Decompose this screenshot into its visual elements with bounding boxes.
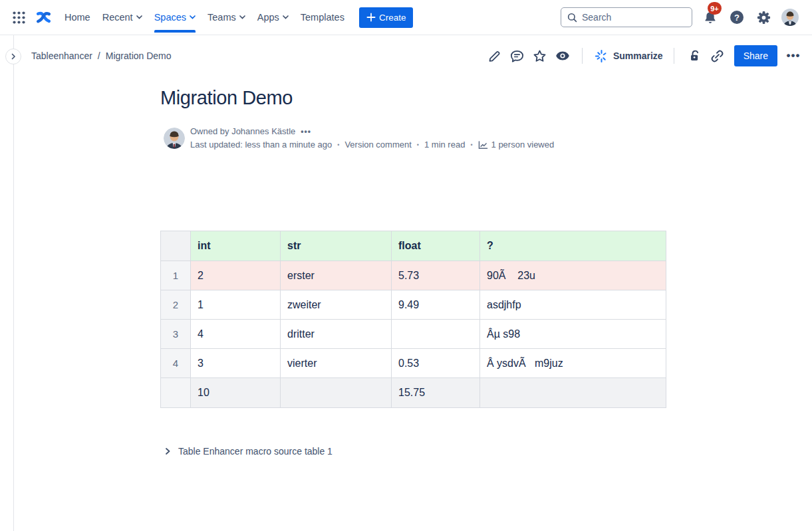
nav-templates-label: Templates: [301, 12, 344, 23]
summarize-label: Summarize: [613, 51, 663, 61]
watch-button[interactable]: [554, 47, 571, 64]
table-footer-row: 10 15.75: [161, 378, 666, 408]
share-button-label: Share: [744, 51, 768, 61]
nav-apps-label: Apps: [257, 12, 279, 23]
create-button[interactable]: Create: [359, 7, 414, 28]
page-title: Migration Demo: [160, 85, 666, 110]
top-navigation: Home Recent Spaces Teams Apps Templates …: [0, 0, 812, 35]
star-button[interactable]: [531, 47, 549, 64]
footer-cell: 10: [191, 378, 281, 408]
link-icon: [710, 49, 725, 64]
table-cell: 0.53: [392, 349, 480, 378]
breadcrumb-space[interactable]: Tableenhancer: [31, 51, 92, 61]
footer-cell: 15.75: [392, 378, 480, 408]
sparkle-icon: [595, 49, 609, 63]
nav-recent-label: Recent: [102, 12, 133, 23]
table-cell: [392, 320, 480, 349]
confluence-app: Home Recent Spaces Teams Apps Templates …: [0, 0, 812, 531]
summarize-button[interactable]: Summarize: [595, 49, 663, 63]
last-updated-text: Last updated: less than a minute ago: [190, 138, 332, 152]
row-number-cell: 1: [161, 261, 191, 290]
help-icon: ?: [729, 9, 745, 25]
table-cell: 9.49: [392, 290, 480, 320]
table-cell: Â ysdvÃ m9juz: [480, 349, 666, 378]
share-button[interactable]: Share: [734, 45, 777, 66]
more-actions-button[interactable]: •••: [784, 47, 803, 64]
create-button-label: Create: [379, 13, 406, 23]
expand-sidebar-button[interactable]: [5, 49, 21, 64]
row-number-cell: 4: [161, 349, 191, 378]
page-content: Migration Demo Owned by Johannes Kästle …: [160, 85, 666, 457]
confluence-logo-icon[interactable]: [35, 9, 52, 26]
table-corner-cell: [161, 231, 191, 261]
table-row: 4 3 vierter 0.53 Â ysdvÃ m9juz: [161, 349, 666, 378]
column-header-int: int: [191, 231, 281, 261]
gear-icon: [756, 10, 771, 25]
row-number-cell: 3: [161, 320, 191, 349]
nav-right-cluster: 9+ ?: [561, 7, 799, 27]
table-cell: 3: [191, 349, 281, 378]
restrictions-button[interactable]: [686, 47, 704, 64]
table-cell: dritter: [281, 320, 392, 349]
column-header-str: str: [281, 231, 392, 261]
breadcrumb-separator: /: [98, 51, 100, 61]
meta-separator: •: [337, 138, 339, 152]
help-button[interactable]: ?: [728, 9, 745, 26]
enhanced-table: int str float ? 1 2 erster 5.73 90Ã 23u: [160, 231, 666, 408]
table-header-row: int str float ?: [161, 231, 666, 261]
owner-avatar[interactable]: [164, 128, 185, 149]
analytics-chart-icon: [478, 141, 488, 150]
nav-apps[interactable]: Apps: [257, 12, 289, 23]
chevron-right-icon: [164, 447, 171, 455]
avatar-image: [164, 128, 185, 149]
nav-menu: Home Recent Spaces Teams Apps Templates: [65, 12, 344, 23]
avatar-image: [781, 8, 799, 27]
breadcrumb: Tableenhancer / Migration Demo: [31, 51, 172, 61]
version-comment-text: Version comment: [344, 138, 411, 152]
unlock-icon: [688, 49, 702, 63]
search-box[interactable]: [561, 7, 692, 27]
expand-macro-toggle[interactable]: Table Enhancer macro source table 1: [160, 446, 666, 457]
byline: Owned by Johannes Kästle ••• Last update…: [160, 125, 666, 152]
nav-home[interactable]: Home: [65, 12, 90, 23]
table-cell: Âµ s98: [480, 320, 666, 349]
breadcrumb-page[interactable]: Migration Demo: [106, 51, 172, 61]
table-cell: 90Ã 23u: [480, 261, 666, 290]
footer-cell: [281, 378, 392, 408]
search-input[interactable]: [582, 12, 675, 23]
comment-button[interactable]: [509, 47, 526, 64]
notification-badge: 9+: [708, 2, 722, 15]
table-row: 3 4 dritter Âµ s98: [161, 320, 666, 349]
row-number-cell: 2: [161, 290, 191, 320]
edit-button[interactable]: [486, 47, 503, 64]
search-icon: [567, 13, 577, 23]
toolbar-divider: [582, 48, 583, 64]
eye-icon: [555, 48, 571, 64]
copy-link-button[interactable]: [709, 47, 726, 64]
settings-button[interactable]: [755, 9, 772, 26]
app-switcher-icon[interactable]: [12, 11, 25, 24]
nav-spaces[interactable]: Spaces: [154, 12, 196, 23]
table-cell: 1: [191, 290, 281, 320]
table-cell: 4: [191, 320, 281, 349]
column-header-float: float: [392, 231, 480, 261]
row-number-cell: [161, 378, 191, 408]
chevron-down-icon: [239, 15, 245, 19]
table-cell: zweiter: [281, 290, 392, 320]
sidebar-rail: [13, 35, 14, 531]
column-header-q: ?: [480, 231, 666, 261]
meta-separator: •: [417, 138, 419, 152]
nav-teams[interactable]: Teams: [207, 12, 245, 23]
owner-more-button[interactable]: •••: [301, 125, 311, 138]
chevron-down-icon: [136, 15, 142, 19]
nav-templates[interactable]: Templates: [301, 12, 344, 23]
user-avatar[interactable]: [781, 9, 799, 26]
nav-teams-label: Teams: [207, 12, 236, 23]
read-time-text: 1 min read: [424, 138, 465, 152]
notifications-button[interactable]: 9+: [702, 9, 719, 26]
toolbar-divider: [674, 48, 674, 64]
nav-spaces-label: Spaces: [154, 12, 186, 23]
nav-recent[interactable]: Recent: [102, 12, 142, 23]
analytics-item[interactable]: 1 person viewed: [478, 138, 555, 152]
chevron-down-icon: [283, 15, 289, 19]
